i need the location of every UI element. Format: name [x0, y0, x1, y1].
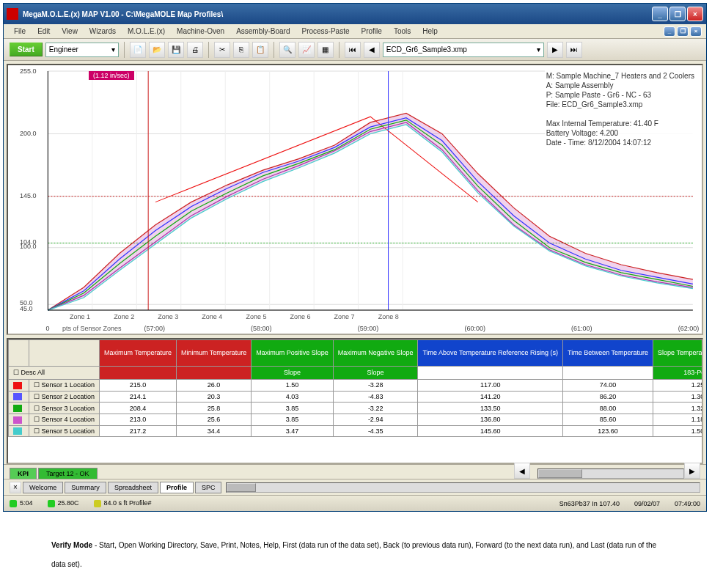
menu-machine[interactable]: Machine-Oven — [171, 26, 230, 37]
col-header[interactable]: Time Between Temperature — [563, 340, 653, 367]
col-header[interactable]: Slope Temperature to Peak — [653, 340, 703, 367]
x-tick: (61:00) — [571, 325, 592, 332]
tab-spreadsheet[interactable]: Spreadsheet — [108, 482, 158, 493]
menu-help[interactable]: Help — [416, 26, 444, 37]
status-clock: 07:49:00 — [675, 500, 700, 507]
grid-icon[interactable]: ▦ — [318, 42, 334, 58]
tab-summary[interactable]: Summary — [65, 482, 106, 493]
table-row[interactable]: ☐ Sensor 5 Location217.234.43.47-4.35145… — [9, 425, 704, 437]
zone-label: Zone 2 — [114, 313, 134, 320]
menu-assembly[interactable]: Assembly-Board — [230, 26, 296, 37]
close-button[interactable]: × — [687, 7, 703, 21]
new-icon[interactable]: 📄 — [130, 42, 146, 58]
x-tick: (58:00) — [251, 325, 272, 332]
hscrollbar[interactable] — [537, 468, 684, 479]
back-icon[interactable]: ◀ — [364, 42, 380, 58]
zone-label: Zone 3 — [158, 313, 178, 320]
last-icon[interactable]: ⏭ — [566, 42, 582, 58]
zone-label: Zone 5 — [246, 313, 266, 320]
menu-tools[interactable]: Tools — [388, 26, 416, 37]
tab-target[interactable]: Target 12 - OK — [38, 468, 98, 479]
table-row[interactable]: ☐ Sensor 4 Location213.025.63.85-2.94136… — [9, 414, 704, 425]
x-tick: (62:00) — [678, 325, 700, 332]
data-grid-wrap[interactable]: Maximum TemperatureMinimum TemperatureMa… — [7, 338, 703, 464]
col-header[interactable]: Maximum Negative Slope — [333, 340, 418, 367]
desc-all[interactable]: ☐ Desc All — [9, 367, 100, 380]
app-icon — [7, 8, 18, 20]
menu-mole[interactable]: M.O.L.E.(x) — [122, 26, 171, 37]
copy-icon[interactable]: ⎘ — [233, 42, 249, 58]
col-header[interactable]: Maximum Positive Slope — [252, 340, 334, 367]
forward-icon[interactable]: ▶ — [547, 42, 563, 58]
mdi-restore[interactable]: ❐ — [677, 26, 689, 37]
tab-scrollbar[interactable] — [226, 482, 700, 493]
chart-icon[interactable]: 📈 — [298, 42, 315, 58]
tab-spc[interactable]: SPC — [195, 482, 222, 493]
file-combo[interactable]: ECD_Gr6_Sample3.xmp▾ — [383, 43, 544, 57]
cursor-badge: (1.12 in/sec) — [89, 71, 134, 80]
minimize-button[interactable]: _ — [652, 7, 668, 21]
view-tabstrip: × Welcome Summary Spreadsheet Profile SP… — [4, 479, 706, 495]
y-tick: 255.0 — [20, 67, 37, 75]
statusbar: 5:04 25.80C 84.0 s ft Profile# Sn63Pb37 … — [4, 495, 706, 511]
y-tick: 200.0 — [20, 130, 37, 137]
scroll-left-icon[interactable]: ◀ — [514, 463, 530, 479]
menu-wizards[interactable]: Wizards — [84, 26, 122, 37]
col-header[interactable]: Time Above Temperature Reference Rising … — [418, 340, 563, 367]
menu-file[interactable]: File — [8, 26, 32, 37]
col-header[interactable]: Minimum Temperature — [176, 340, 251, 367]
caption-text: Verify Mode - Start, Open Working Direct… — [51, 534, 661, 572]
zone-label: Zone 6 — [290, 313, 310, 320]
status-alloy: Sn63Pb37 In 107.40 — [559, 500, 620, 507]
titlebar[interactable]: MegaM.O.L.E.(x) MAP V1.00 - C:\MegaMOLE … — [4, 4, 706, 24]
col-header[interactable]: Maximum Temperature — [100, 340, 177, 367]
menubar: File Edit View Wizards M.O.L.E.(x) Machi… — [4, 24, 706, 39]
status-profile: 84.0 s ft Profile# — [94, 499, 152, 507]
chart-info-box: M: Sample Machine_7 Heaters and 2 Cooler… — [545, 70, 696, 149]
start-button[interactable]: Start — [10, 43, 43, 56]
cut-icon[interactable]: ✂ — [214, 42, 230, 58]
status-date: 09/02/07 — [634, 500, 660, 507]
status-time: 5:04 — [10, 499, 33, 507]
mdi-close[interactable]: × — [690, 26, 702, 37]
data-grid: Maximum TemperatureMinimum TemperatureMa… — [8, 339, 703, 437]
menu-profile[interactable]: Profile — [356, 26, 388, 37]
x-tick: (60:00) — [464, 325, 485, 332]
tab-close-icon[interactable]: × — [10, 482, 21, 493]
zone-label: Zone 8 — [378, 313, 399, 320]
y-tick: 104.0 — [20, 238, 37, 246]
zone-label: Zone 1 — [70, 313, 90, 320]
zone-label: Zone 7 — [334, 313, 355, 320]
first-icon[interactable]: ⏮ — [345, 42, 361, 58]
print-icon[interactable]: 🖨 — [187, 42, 203, 58]
y-tick: 145.0 — [20, 192, 37, 199]
open-icon[interactable]: 📂 — [149, 42, 165, 58]
maximize-button[interactable]: ❐ — [669, 7, 686, 21]
x-tick: 0 — [45, 325, 49, 332]
paste-icon[interactable]: 📋 — [252, 42, 268, 58]
window-title: MegaM.O.L.E.(x) MAP V1.00 - C:\MegaMOLE … — [23, 10, 223, 18]
tab-welcome[interactable]: Welcome — [23, 482, 63, 493]
menu-process[interactable]: Process-Paste — [296, 26, 356, 37]
save-icon[interactable]: 💾 — [168, 42, 184, 58]
app-window: MegaM.O.L.E.(x) MAP V1.00 - C:\MegaMOLE … — [3, 3, 707, 512]
mdi-minimize[interactable]: _ — [664, 26, 675, 37]
tab-kpi[interactable]: KPI — [10, 468, 37, 479]
table-row[interactable]: ☐ Sensor 1 Location215.026.01.50-3.28117… — [9, 380, 704, 392]
y-tick: 50.0 — [20, 299, 33, 306]
zone-label: Zone 4 — [202, 313, 222, 320]
menu-edit[interactable]: Edit — [32, 26, 56, 37]
x-tick: (59:00) — [358, 325, 379, 332]
chart-area[interactable]: (1.12 in/sec) M: Sample Machine_7 Heater… — [7, 64, 703, 335]
grid-tabstrip: KPI Target 12 - OK ◀ ▶ — [4, 464, 706, 479]
table-row[interactable]: ☐ Sensor 3 Location208.425.83.85-3.22133… — [9, 403, 704, 414]
scroll-right-icon[interactable]: ▶ — [684, 463, 700, 479]
status-temp: 25.80C — [48, 499, 79, 507]
x-tick: (57:00) — [144, 325, 165, 332]
zoom-icon[interactable]: 🔍 — [279, 42, 296, 58]
toolbar: Start Engineer▾ 📄 📂 💾 🖨 ✂ ⎘ 📋 🔍 📈 ▦ ⏮ ◀ … — [4, 39, 706, 61]
menu-view[interactable]: View — [56, 26, 84, 37]
tab-profile[interactable]: Profile — [160, 482, 194, 493]
table-row[interactable]: ☐ Sensor 2 Location214.120.34.03-4.83141… — [9, 391, 704, 403]
role-combo[interactable]: Engineer▾ — [45, 43, 119, 57]
